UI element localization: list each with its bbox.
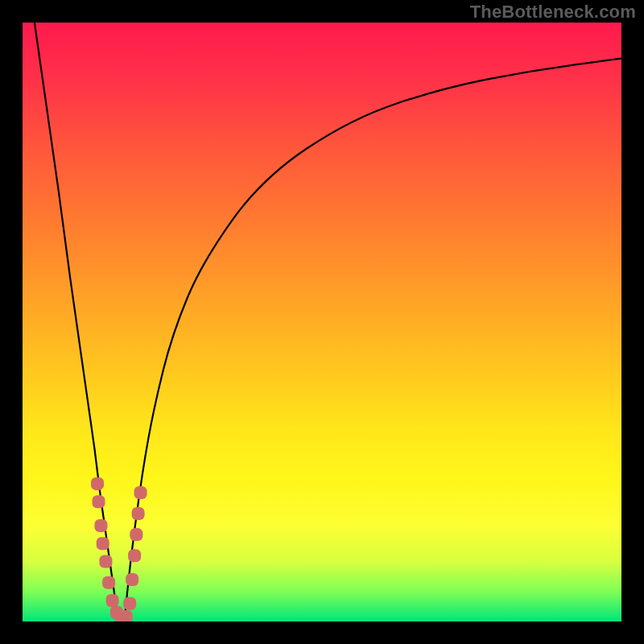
marker-dot <box>91 477 104 490</box>
marker-dot <box>130 528 142 541</box>
marker-dot <box>94 519 107 532</box>
plot-area <box>23 23 621 621</box>
marker-dot <box>123 597 136 610</box>
marker-dot <box>128 549 141 562</box>
chart-frame: TheBottleneck.com <box>0 0 644 644</box>
marker-dot <box>106 594 119 607</box>
marker-dot <box>97 537 109 550</box>
marker-dot <box>99 555 112 568</box>
marker-dot <box>120 610 133 621</box>
marker-dot <box>102 576 115 589</box>
marker-dot <box>134 486 147 499</box>
left-branch-curve <box>35 23 118 621</box>
right-branch-curve <box>124 59 621 621</box>
marker-dot <box>132 507 145 520</box>
watermark-text: TheBottleneck.com <box>470 2 636 23</box>
marker-dot <box>92 495 105 508</box>
curves-svg <box>23 23 621 621</box>
markers-group <box>91 477 147 621</box>
marker-dot <box>126 573 138 586</box>
